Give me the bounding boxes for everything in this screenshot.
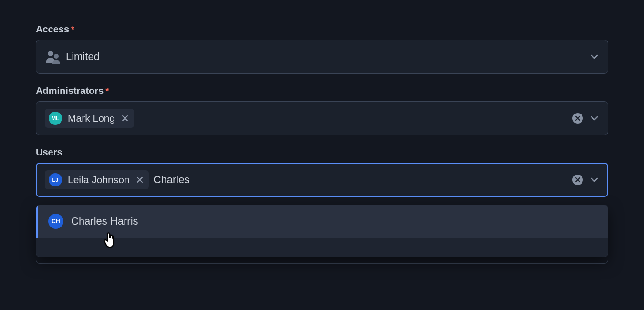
users-label-text: Users: [36, 147, 62, 158]
administrators-select[interactable]: ML Mark Long: [36, 101, 608, 135]
user-chip: LJ Leila Johnson: [45, 170, 149, 189]
chevron-down-icon[interactable]: [590, 175, 599, 185]
administrators-label: Administrators *: [36, 85, 608, 96]
administrators-field: Administrators * ML Mark Long: [36, 85, 608, 135]
dropdown-option-charles-harris[interactable]: CH Charles Harris: [36, 205, 608, 238]
svg-point-0: [48, 51, 53, 56]
access-label-text: Access: [36, 24, 69, 35]
admin-chip: ML Mark Long: [45, 109, 134, 128]
administrators-label-text: Administrators: [36, 85, 104, 96]
access-field: Access * Limited: [36, 24, 608, 74]
avatar: LJ: [49, 173, 62, 186]
chevron-down-icon[interactable]: [590, 114, 599, 123]
users-label: Users: [36, 147, 608, 158]
users-select[interactable]: LJ Leila Johnson Charles: [36, 163, 608, 197]
users-input[interactable]: Charles: [154, 174, 191, 186]
required-indicator: *: [105, 87, 109, 95]
chevron-down-icon[interactable]: [590, 52, 599, 62]
remove-chip-icon[interactable]: [121, 115, 129, 122]
users-field: Users LJ Leila Johnson Charles: [36, 147, 608, 197]
users-input-value: Charles: [154, 174, 190, 186]
avatar: ML: [49, 112, 62, 125]
svg-point-1: [54, 54, 59, 59]
avatar: CH: [48, 214, 63, 229]
dropdown-option-label: Charles Harris: [71, 215, 138, 227]
access-label: Access *: [36, 24, 608, 35]
remove-chip-icon[interactable]: [135, 176, 144, 183]
chip-name: Leila Johnson: [68, 174, 130, 186]
chip-name: Mark Long: [68, 113, 115, 124]
text-caret: [190, 174, 190, 186]
required-indicator: *: [71, 25, 74, 34]
access-select[interactable]: Limited: [36, 40, 608, 74]
clear-all-icon[interactable]: [572, 175, 583, 185]
access-value: Limited: [66, 51, 100, 63]
clear-all-icon[interactable]: [572, 113, 583, 124]
users-dropdown: CH Charles Harris: [36, 205, 608, 257]
people-icon: [45, 50, 61, 64]
